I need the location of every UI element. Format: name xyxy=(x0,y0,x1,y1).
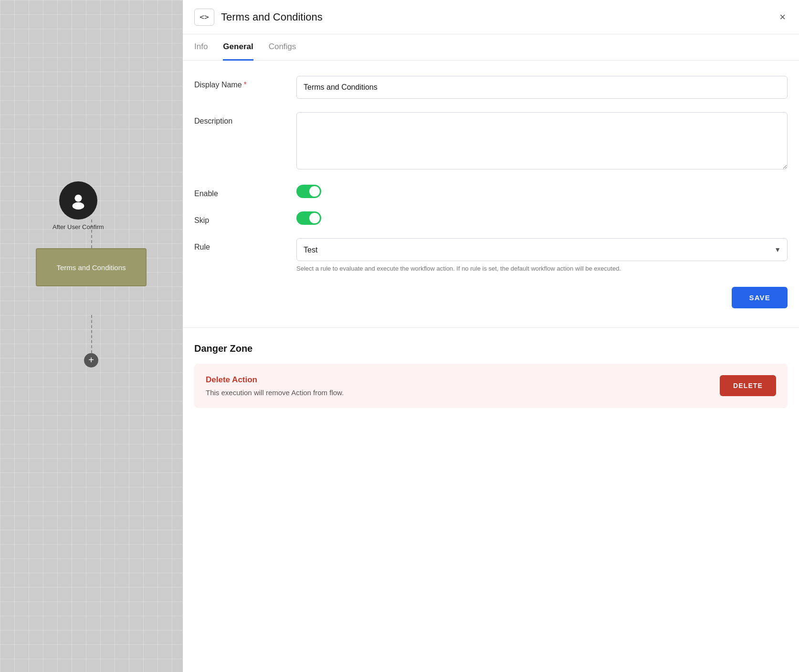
form-content: Display Name* Description Enable xyxy=(183,61,799,327)
rule-hint: Select a rule to evaluate and execute th… xyxy=(296,264,788,273)
tab-info[interactable]: Info xyxy=(194,34,208,61)
close-icon: × xyxy=(779,11,786,23)
description-label: Description xyxy=(194,112,285,126)
description-field xyxy=(296,112,788,171)
description-input[interactable] xyxy=(296,112,788,169)
display-name-row: Display Name* xyxy=(194,76,788,99)
terms-node-label: Terms and Conditions xyxy=(56,263,126,272)
rule-row: Rule Test ▼ Select a rule to evaluate an… xyxy=(194,238,788,273)
danger-zone-section: Danger Zone Delete Action This execution… xyxy=(183,328,799,423)
plus-icon: + xyxy=(88,355,94,365)
rule-select[interactable]: Test xyxy=(296,238,788,261)
rule-field: Test ▼ Select a rule to evaluate and exe… xyxy=(296,238,788,273)
canvas-area: After User Confirm Terms and Conditions … xyxy=(0,0,183,672)
rule-select-wrapper: Test ▼ xyxy=(296,238,788,261)
danger-card-left: Delete Action This execution will remove… xyxy=(206,375,710,397)
danger-zone-title: Danger Zone xyxy=(194,343,788,354)
right-panel: <> Terms and Conditions × Info General C… xyxy=(183,0,799,672)
skip-toggle-field xyxy=(296,211,788,225)
description-row: Description xyxy=(194,112,788,171)
skip-label: Skip xyxy=(194,211,285,225)
terms-node[interactable]: Terms and Conditions xyxy=(36,248,147,286)
danger-card-description: This execution will remove Action from f… xyxy=(206,388,710,397)
svg-point-0 xyxy=(74,195,82,202)
rule-label: Rule xyxy=(194,238,285,252)
enable-row: Enable xyxy=(194,185,788,198)
display-name-field xyxy=(296,76,788,99)
user-node: After User Confirm xyxy=(53,181,104,231)
user-icon xyxy=(69,191,87,210)
enable-slider xyxy=(296,185,321,198)
tab-general[interactable]: General xyxy=(223,34,253,61)
user-avatar xyxy=(59,181,97,220)
save-row: SAVE xyxy=(194,287,788,312)
enable-label: Enable xyxy=(194,185,285,198)
skip-slider xyxy=(296,211,321,225)
skip-toggle[interactable] xyxy=(296,211,321,225)
header-left: <> Terms and Conditions xyxy=(194,9,323,26)
delete-button[interactable]: DELETE xyxy=(720,375,776,396)
required-star: * xyxy=(244,81,247,89)
enable-toggle-field xyxy=(296,185,788,198)
panel-title: Terms and Conditions xyxy=(221,11,323,23)
svg-point-1 xyxy=(72,202,84,210)
code-icon-button[interactable]: <> xyxy=(194,9,214,26)
close-button[interactable]: × xyxy=(778,9,788,25)
user-node-label: After User Confirm xyxy=(53,223,104,231)
danger-zone-card: Delete Action This execution will remove… xyxy=(194,364,788,408)
panel-header: <> Terms and Conditions × xyxy=(183,0,799,34)
tabs-bar: Info General Configs xyxy=(183,34,799,61)
save-button[interactable]: SAVE xyxy=(732,287,788,308)
danger-card-title: Delete Action xyxy=(206,375,710,385)
skip-row: Skip xyxy=(194,211,788,225)
code-icon: <> xyxy=(200,12,209,21)
connector-bottom xyxy=(91,315,92,353)
add-node-button[interactable]: + xyxy=(84,353,98,368)
tab-configs[interactable]: Configs xyxy=(269,34,296,61)
display-name-label: Display Name* xyxy=(194,76,285,89)
display-name-input[interactable] xyxy=(296,76,788,99)
enable-toggle[interactable] xyxy=(296,185,321,198)
